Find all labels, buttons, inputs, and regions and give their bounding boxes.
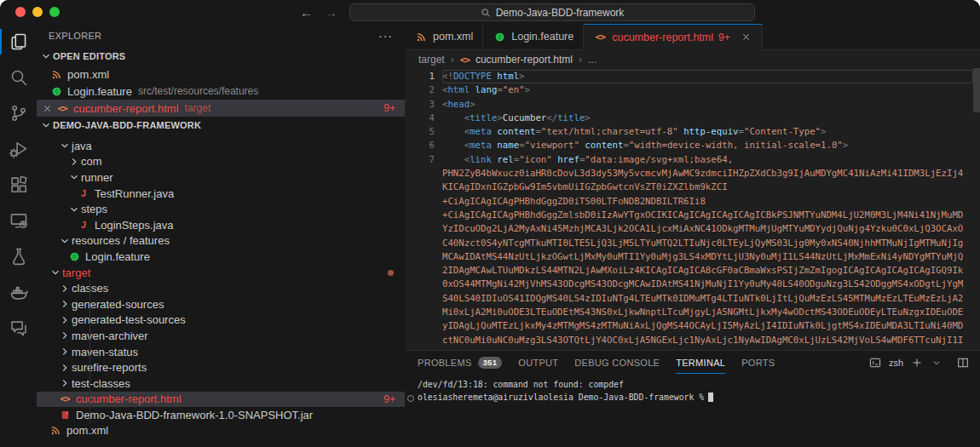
tree-folder-target[interactable]: target [37, 265, 405, 281]
tree-folder-maven-status[interactable]: maven-status [37, 344, 405, 360]
tree-label: runner [81, 171, 113, 184]
folder-label: test [104, 133, 122, 135]
panel-tab-debug-console[interactable]: DEBUG CONSOLE [574, 351, 660, 374]
new-terminal-icon[interactable] [911, 357, 923, 369]
problems-badge: 9+ [718, 32, 730, 43]
tree-folder-classes[interactable]: classes [37, 280, 405, 296]
tree-folder-maven-archiver[interactable]: maven-archiver [37, 328, 405, 344]
tree-file-pom-xml[interactable]: pom.xml [37, 423, 405, 439]
command-center[interactable]: Demo-Java-BDD-framework [349, 3, 755, 21]
scrollbar-thumb[interactable] [973, 68, 980, 112]
panel-tab-output[interactable]: OUTPUT [518, 351, 558, 374]
breadcrumb-separator: › [579, 54, 582, 66]
tab-pom-xml[interactable]: pom.xml [405, 24, 483, 49]
code-line-wrapped: yIDAgLjQuMTEzLjkxMy4zMTMgMS4zMTMuNiAxLjQ… [405, 319, 973, 333]
tab-label: pom.xml [433, 31, 473, 43]
tree-folder-test-classes[interactable]: test-classes [37, 375, 405, 392]
cucumber-icon [494, 32, 505, 43]
bottom-panel: PROBLEMS351OUTPUTDEBUG CONSOLETERMINALPO… [405, 350, 980, 447]
tree-file-testrunner-java[interactable]: JTestRunner.java [37, 186, 405, 202]
breadcrumb[interactable]: target › <> cucumber-report.html › ... [405, 50, 980, 69]
tab-login-feature[interactable]: Login.feature [483, 24, 584, 49]
more-actions-icon[interactable]: ··· [378, 29, 393, 43]
indent-guide [89, 359, 90, 375]
tree-label: maven-status [72, 346, 138, 358]
tree-file-login-feature[interactable]: Login.feature [37, 249, 405, 265]
code-editor[interactable]: 1<!DOCTYPE html>2<html lang="en">3<head>… [405, 68, 973, 351]
terminal-line: /dev/fd/13:18: command not found: compde… [405, 379, 980, 392]
close-icon[interactable] [740, 31, 752, 43]
code-line-wrapped: 0xOS44MTMgNi42MjVhMS43ODcgMS43ODcgMCAwID… [405, 278, 973, 291]
tree-folder-generated-test-sources[interactable]: generated-test-sources [37, 312, 405, 329]
explorer-icon[interactable] [0, 24, 37, 60]
code-line-wrapped: KICAgIDxnIGZpbGw9Im5vbmUiIGZpbGwtcnVsZT0… [405, 181, 973, 194]
chevron-down-icon[interactable] [931, 357, 943, 369]
tree-label: Login.feature [85, 250, 150, 263]
split-panel-icon[interactable] [957, 357, 969, 369]
html-file-icon: <> [57, 103, 66, 114]
editor-scrollbar [973, 68, 980, 351]
close-window-button[interactable] [15, 7, 26, 17]
terminal-output[interactable]: /dev/fd/13:18: command not found: compde… [405, 377, 980, 447]
tree-file-loginsteps-java[interactable]: JLoginSteps.java [37, 217, 405, 233]
forward-arrow-icon[interactable]: → [325, 5, 337, 20]
minimize-window-button[interactable] [32, 7, 43, 17]
tree-folder-com[interactable]: com [37, 154, 405, 170]
command-decoration-icon[interactable] [407, 395, 414, 402]
tree-file-demo-java-bdd-framework-1-0-snapshot-jar[interactable]: Demo-Java-BDD-framework-1.0-SNAPSHOT.jar [37, 407, 405, 423]
testing-icon[interactable] [0, 238, 37, 274]
chevron-right-icon [58, 313, 72, 327]
tree-folder-resources-features[interactable]: resources / features [37, 233, 405, 249]
tab-cucumber-report-html[interactable]: <>cucumber-report.html9+ [584, 24, 762, 50]
docker-icon[interactable] [0, 274, 37, 310]
zoom-window-button[interactable] [49, 7, 60, 17]
problems-count-badge: 351 [478, 357, 503, 369]
search-icon[interactable] [0, 60, 37, 95]
open-editor-item[interactable]: Login.featuresrc/test/resources/features [37, 83, 405, 100]
panel-tab-terminal[interactable]: TERMINAL [676, 351, 725, 374]
breadcrumb-separator: › [451, 54, 454, 66]
tree-folder-java[interactable]: java [37, 138, 405, 154]
chevron-right-icon [58, 376, 72, 390]
tree-label: steps [81, 203, 107, 215]
tree-folder-generated-sources[interactable]: generated-sources [37, 296, 405, 312]
back-arrow-icon[interactable]: ← [300, 5, 313, 20]
code-line-wrapped: +CiAgICAgICAgPHBhdGggZmlsbD0iIzAwYTgxOCI… [405, 209, 973, 222]
code-line-wrapped: ctNC0uMi0uNC0uMzg3LS43OTQtLjY4OC0xLjA5NG… [405, 334, 973, 347]
panel-tab-problems[interactable]: PROBLEMS351 [418, 351, 502, 374]
tree-folder-runner[interactable]: runner [37, 169, 405, 186]
open-editor-item[interactable]: pom.xml [37, 66, 405, 83]
remote-explorer-icon[interactable] [0, 203, 37, 238]
html-file-icon: <> [460, 54, 470, 66]
panel-tab-ports[interactable]: PORTS [741, 351, 775, 374]
code-line: 5 <meta content="text/html;charset=utf-8… [405, 125, 973, 139]
run-and-debug-icon[interactable] [0, 131, 37, 167]
title-bar: ← → Demo-Java-BDD-framework [0, 0, 980, 25]
tree-label: java [72, 140, 92, 152]
tree-file-cucumber-report-html[interactable]: <>cucumber-report.html9+ [37, 392, 405, 408]
chevron-down-icon [58, 139, 72, 152]
indent-guide [89, 296, 90, 312]
cucumber-icon [69, 251, 80, 262]
file-path-hint: target [185, 102, 211, 114]
open-editors-header[interactable]: OPEN EDITORS [37, 47, 405, 66]
line-number: 3 [405, 98, 442, 112]
open-editor-item[interactable]: <>cucumber-report.htmltarget9+ [37, 100, 405, 117]
indent-guide [89, 407, 90, 423]
tree-folder-surefire-reports[interactable]: surefire-reports [37, 359, 405, 375]
vscode-window: ← → Demo-Java-BDD-framework EXPLORER ···… [0, 0, 980, 447]
close-icon[interactable] [40, 101, 54, 115]
comments-icon[interactable] [0, 310, 37, 346]
xml-icon [416, 32, 427, 43]
tree-label: target [62, 266, 90, 279]
sidebar-title-row: EXPLORER ··· [37, 24, 405, 47]
indent-guide [89, 328, 90, 344]
source-control-icon[interactable] [0, 95, 37, 131]
breadcrumb-folder[interactable]: target [418, 54, 445, 66]
chevron-down-icon [67, 203, 81, 216]
breadcrumb-file[interactable]: cucumber-report.html [476, 54, 573, 66]
tree-folder-steps[interactable]: steps [37, 201, 405, 217]
project-root-header[interactable]: DEMO-JAVA-BDD-FRAMEWORK [37, 117, 405, 133]
extensions-icon[interactable] [0, 167, 37, 203]
breadcrumb-more[interactable]: ... [588, 54, 597, 66]
